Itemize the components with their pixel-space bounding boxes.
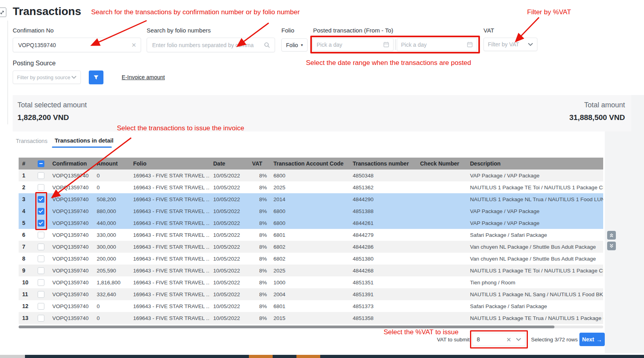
expand-panel-button[interactable] — [0, 8, 6, 17]
cell-description: NAUTILUS 1 Package TE Toi / NAUTILUS 1 P… — [466, 185, 603, 190]
header-index: # — [19, 160, 33, 167]
confirmation-label: Confimation No — [13, 27, 54, 34]
row-checkbox[interactable] — [33, 267, 49, 274]
arrow-right-icon: → — [596, 336, 602, 343]
cell-description: NAUTILUS 1 Package TE Trua / NAUTILUS 1 … — [466, 315, 603, 321]
cell-date: 10/05/2022 — [210, 268, 248, 274]
horizontal-scrollbar[interactable] — [19, 326, 603, 328]
cell-folio: 169643 - FIVE STAR TRAVEL ... — [130, 280, 210, 286]
cell-date: 10/05/2022 — [210, 256, 248, 262]
posting-source-placeholder: Filter by posting source — [17, 74, 70, 80]
cell-description: Van chuyen NL Package / Shuttle Bus Adul… — [466, 256, 603, 262]
table-row[interactable]: 13VOPQ13597400169643 - FIVE STAR TRAVEL … — [19, 312, 603, 324]
row-checkbox[interactable] — [33, 196, 49, 203]
row-checkbox[interactable] — [33, 208, 49, 215]
row-checkbox[interactable] — [33, 255, 49, 262]
cell-amount: 508,200 — [93, 196, 130, 202]
cell-account-code: 2004 — [270, 291, 349, 297]
folio-search-input[interactable] — [151, 42, 264, 49]
folio-dropdown[interactable]: Folio ▾ — [281, 38, 308, 51]
date-to-picker[interactable]: Pick a day — [397, 38, 477, 51]
header-date: Date — [210, 160, 248, 167]
confirmation-input-box[interactable]: ✕ — [13, 38, 141, 52]
table-row[interactable]: 10VOPQ13597401,816,800169643 - FIVE STAR… — [19, 276, 603, 288]
cell-confirmation: VOPQ1359740 — [49, 303, 93, 309]
scroll-bottom-button[interactable] — [607, 242, 616, 250]
row-checkbox[interactable] — [33, 303, 49, 310]
cell-account-code: 6800 — [270, 208, 349, 214]
cell-folio: 169643 - FIVE STAR TRAVEL ... — [130, 268, 210, 274]
clear-icon[interactable]: ✕ — [506, 337, 511, 343]
table-row[interactable]: 7VOPQ1359740300,000169643 - FIVE STAR TR… — [19, 241, 603, 253]
checkbox-unchecked-icon — [38, 184, 44, 191]
vat-filter-dropdown[interactable]: Filter by VAT — [483, 38, 537, 51]
total-amount-value: 31,888,500 VND — [569, 113, 625, 122]
cell-date: 10/05/2022 — [210, 244, 248, 250]
row-checkbox[interactable] — [33, 172, 49, 179]
row-checkbox[interactable] — [33, 184, 49, 191]
table-row[interactable]: 12VOPQ13597400169643 - FIVE STAR TRAVEL … — [19, 300, 603, 312]
vat-label: VAT — [483, 27, 494, 34]
table-body: 1VOPQ13597400169643 - FIVE STAR TRAVEL .… — [19, 169, 603, 324]
clear-icon[interactable]: ✕ — [131, 42, 136, 48]
double-chevron-down-icon — [608, 243, 615, 249]
cell-account-code: 6801 — [270, 232, 349, 238]
apply-filter-button[interactable] — [89, 70, 103, 84]
table-row[interactable]: 3VOPQ1359740508,200169643 - FIVE STAR TR… — [19, 193, 603, 205]
cell-folio: 169643 - FIVE STAR TRAVEL ... — [130, 173, 210, 179]
table-row[interactable]: 9VOPQ1359740205,590169643 - FIVE STAR TR… — [19, 265, 603, 276]
vat-to-submit-select[interactable]: 8 ✕ — [472, 333, 526, 346]
vat-to-submit-value: 8 — [477, 336, 480, 343]
row-checkbox[interactable] — [33, 315, 49, 322]
cell-amount: 0 — [93, 173, 130, 179]
double-chevron-up-icon — [608, 232, 615, 238]
cell-amount: 332,640 — [93, 291, 130, 297]
cell-folio: 169643 - FIVE STAR TRAVEL ... — [130, 244, 210, 250]
total-amount-label: Total amount — [584, 101, 625, 109]
cell-vat: 8% — [248, 303, 270, 309]
select-all-checkbox[interactable] — [33, 160, 49, 167]
horizontal-scrollbar-thumb[interactable] — [19, 326, 554, 328]
checkbox-unchecked-icon — [38, 291, 44, 298]
tab-transactions[interactable]: Transactions — [16, 138, 48, 144]
folio-search-input-box[interactable] — [147, 38, 275, 52]
header-confirmation: Confirmation — [49, 160, 93, 167]
table-row[interactable]: 6VOPQ1359740330,000169643 - FIVE STAR TR… — [19, 229, 603, 241]
einvoice-amount-link[interactable]: E-Invoice amount — [122, 74, 165, 80]
row-checkbox[interactable] — [33, 244, 49, 250]
table-row[interactable]: 2VOPQ13597400169643 - FIVE STAR TRAVEL .… — [19, 181, 603, 193]
row-checkbox[interactable] — [33, 232, 49, 238]
confirmation-input[interactable] — [17, 42, 131, 49]
checkbox-unchecked-icon — [38, 232, 44, 238]
date-from-picker[interactable]: Pick a day — [312, 38, 394, 51]
table-row[interactable]: 8VOPQ1359740200,000169643 - FIVE STAR TR… — [19, 253, 603, 265]
cell-transaction-number: 4844261 — [349, 220, 417, 226]
scroll-top-button[interactable] — [607, 231, 616, 240]
cell-folio: 169643 - FIVE STAR TRAVEL ... — [130, 232, 210, 238]
cell-transaction-number: 4851358 — [349, 315, 417, 321]
next-button[interactable]: Next → — [579, 333, 605, 346]
header-check-number: Check Number — [417, 160, 466, 167]
tab-transactions-in-detail[interactable]: Transactions in detail — [55, 137, 113, 144]
calendar-icon — [383, 42, 389, 48]
cell-description: VAP Package / VAP Package — [466, 208, 603, 214]
table-row[interactable]: 5VOPQ1359740440,000169643 - FIVE STAR TR… — [19, 217, 603, 229]
summary-panel: Total selected amount 1,828,200 VND Tota… — [13, 95, 631, 131]
cell-amount: 200,000 — [93, 256, 130, 262]
table-row[interactable]: 1VOPQ13597400169643 - FIVE STAR TRAVEL .… — [19, 169, 603, 181]
posting-source-dropdown[interactable]: Filter by posting source — [13, 70, 81, 84]
checkbox-checked-icon — [38, 220, 44, 227]
search-icon — [264, 42, 270, 48]
header-folio: Folio — [130, 160, 210, 167]
cell-confirmation: VOPQ1359740 — [49, 220, 93, 226]
row-checkbox[interactable] — [33, 220, 49, 227]
checkbox-checked-icon — [38, 208, 44, 215]
table-row[interactable]: 11VOPQ1359740332,640169643 - FIVE STAR T… — [19, 288, 603, 300]
cell-account-code: 2015 — [270, 315, 349, 321]
cell-folio: 169643 - FIVE STAR TRAVEL ... — [130, 208, 210, 214]
cell-index: 13 — [19, 315, 33, 321]
cell-confirmation: VOPQ1359740 — [49, 291, 93, 297]
table-row[interactable]: 4VOPQ1359740880,000169643 - FIVE STAR TR… — [19, 205, 603, 217]
row-checkbox[interactable] — [33, 291, 49, 298]
row-checkbox[interactable] — [33, 279, 49, 286]
